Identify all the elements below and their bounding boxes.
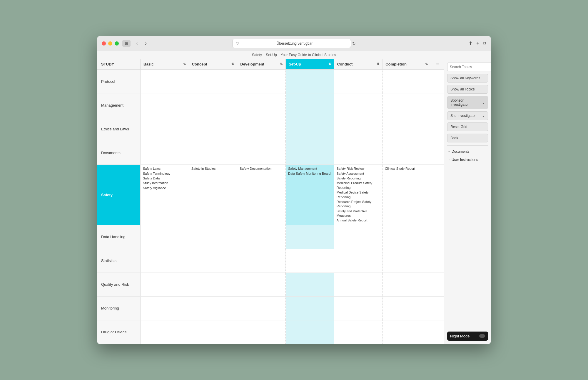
sidebar: 🔍 Show all Keywords Show all Topics Spon… bbox=[444, 59, 491, 344]
search-row: 🔍 bbox=[447, 63, 488, 71]
row-label-protocol[interactable]: Protocol bbox=[97, 70, 141, 93]
grid-cell-conduct bbox=[334, 297, 383, 320]
main-area: STUDY Basic ⇅ Concept ⇅ Development ⇅ Se… bbox=[97, 59, 491, 344]
col-header-development[interactable]: Development ⇅ bbox=[237, 59, 286, 69]
grid-cell-basic bbox=[141, 117, 189, 141]
row-spacer bbox=[431, 273, 444, 296]
search-input[interactable] bbox=[447, 63, 491, 71]
close-button[interactable] bbox=[102, 41, 106, 46]
minimize-button[interactable] bbox=[108, 41, 112, 46]
forward-nav-button[interactable]: › bbox=[142, 39, 150, 48]
url-bar[interactable]: 🛡 Übersetzung verfügbar bbox=[232, 39, 351, 48]
list-item[interactable]: Safety in Studies bbox=[191, 167, 235, 171]
show-all-topics-button[interactable]: Show all Topics bbox=[447, 85, 488, 94]
list-item[interactable]: Medical Device Safety Reporting bbox=[337, 190, 380, 199]
night-mode-button[interactable]: Night Mode bbox=[447, 332, 488, 341]
grid-cell-setup bbox=[286, 117, 334, 141]
col-header-conduct[interactable]: Conduct ⇅ bbox=[334, 59, 383, 69]
user-instructions-link[interactable]: → User Instructions bbox=[447, 157, 488, 163]
list-item[interactable]: Safety Management bbox=[288, 167, 332, 171]
list-item[interactable]: Research Project Safety Reporting bbox=[337, 200, 380, 209]
grid-cell-basic bbox=[141, 70, 189, 93]
night-mode-label: Night Mode bbox=[450, 334, 470, 338]
row-label-monitoring[interactable]: Monitoring bbox=[97, 297, 141, 320]
col-header-setup[interactable]: Set-Up ⇅ bbox=[286, 59, 334, 69]
grid-cell-concept bbox=[189, 225, 238, 249]
list-item[interactable]: Clinical Study Report bbox=[385, 167, 428, 171]
table-row: Data Handling bbox=[97, 225, 444, 249]
list-item[interactable]: Safety Data bbox=[143, 176, 186, 181]
grid-cell-basic bbox=[141, 297, 189, 320]
new-tab-button[interactable]: ＋ bbox=[475, 40, 480, 46]
show-all-keywords-button[interactable]: Show all Keywords bbox=[447, 74, 488, 83]
grid-cell-basic[interactable]: Safety LawsSafety TerminologySafety Data… bbox=[141, 165, 189, 225]
grid-cell-completion bbox=[382, 93, 431, 117]
list-item[interactable]: Safety and Protective Measures bbox=[337, 209, 380, 218]
list-item[interactable]: Safety Risk Review bbox=[337, 167, 380, 171]
row-label-data-handling[interactable]: Data Handling bbox=[97, 225, 141, 249]
col-header-basic[interactable]: Basic ⇅ bbox=[141, 59, 189, 69]
table-row: Quality and Risk bbox=[97, 273, 444, 297]
grid-cell-development bbox=[237, 117, 286, 141]
list-item[interactable]: Safety Terminology bbox=[143, 171, 186, 176]
sponsor-investigator-filter[interactable]: Sponsor Investigator ⌄ bbox=[447, 96, 488, 109]
grid-cell-basic bbox=[141, 225, 189, 249]
traffic-lights bbox=[102, 41, 119, 46]
grid-cell-development[interactable]: Safety Documentation bbox=[237, 165, 286, 225]
grid-cell-conduct bbox=[334, 249, 383, 273]
col-header-completion[interactable]: Completion ⇅ bbox=[382, 59, 431, 69]
grid-cell-development bbox=[237, 273, 286, 296]
back-button[interactable]: Back bbox=[447, 134, 488, 142]
grid-cell-conduct[interactable]: Safety Risk ReviewSafety AssessmentSafet… bbox=[334, 165, 383, 225]
arrow-right-icon-2: → bbox=[447, 158, 450, 162]
grid-cell-completion bbox=[382, 225, 431, 249]
row-label-safety[interactable]: Safety bbox=[97, 165, 141, 225]
list-item[interactable]: Safety Documentation bbox=[240, 167, 283, 171]
grid-cell-development bbox=[237, 70, 286, 93]
grid-cell-concept bbox=[189, 70, 238, 93]
row-label-documents[interactable]: Documents bbox=[97, 141, 141, 164]
share-button[interactable]: ⬆ bbox=[469, 40, 472, 46]
grid-cell-setup bbox=[286, 70, 334, 93]
col-header-concept[interactable]: Concept ⇅ bbox=[189, 59, 238, 69]
row-label-drug-or-device[interactable]: Drug or Device bbox=[97, 320, 141, 344]
row-label-management[interactable]: Management bbox=[97, 93, 141, 117]
maximize-button[interactable] bbox=[115, 41, 119, 46]
list-item[interactable]: Safety Assessment bbox=[337, 171, 380, 176]
list-item[interactable]: Safety Laws bbox=[143, 167, 186, 171]
tabs-button[interactable]: ⧉ bbox=[483, 40, 486, 46]
grid-cell-development bbox=[237, 249, 286, 273]
grid-cell-development bbox=[237, 225, 286, 249]
list-item[interactable]: Study Information bbox=[143, 181, 186, 185]
sort-icon-basic: ⇅ bbox=[183, 62, 186, 66]
documents-link[interactable]: → Documents bbox=[447, 149, 488, 154]
grid-cell-setup bbox=[286, 297, 334, 320]
reload-button[interactable]: ↻ bbox=[352, 41, 356, 46]
grid-cell-setup bbox=[286, 320, 334, 344]
row-label-statistics[interactable]: Statistics bbox=[97, 249, 141, 273]
grid-cell-basic bbox=[141, 273, 189, 296]
row-spacer bbox=[431, 320, 444, 344]
grid-cell-completion[interactable]: Clinical Study Report bbox=[382, 165, 431, 225]
list-item[interactable]: Data Safety Monitoring Board bbox=[288, 171, 332, 176]
hamburger-menu-button[interactable]: ≡ bbox=[431, 59, 444, 69]
table-row: Documents bbox=[97, 141, 444, 165]
row-label-ethics-and-laws[interactable]: Ethics and Laws bbox=[97, 117, 141, 141]
grid-cell-conduct bbox=[334, 70, 383, 93]
sort-icon-conduct: ⇅ bbox=[377, 62, 379, 66]
back-nav-button[interactable]: ‹ bbox=[133, 39, 141, 48]
list-item[interactable]: Safety Reporting bbox=[337, 176, 380, 181]
list-item[interactable]: Medicinal Product Safety Reporting bbox=[337, 181, 380, 190]
list-item[interactable]: Annual Safety Report bbox=[337, 218, 380, 223]
titlebar-right: ⬆ ＋ ⧉ bbox=[469, 40, 486, 46]
sidebar-toggle-button[interactable]: ⊞ bbox=[122, 40, 131, 47]
grid-cell-completion bbox=[382, 273, 431, 296]
row-label-quality-and-risk[interactable]: Quality and Risk bbox=[97, 273, 141, 296]
titlebar: ⊞ ‹ › 🛡 Übersetzung verfügbar ↻ ⬆ ＋ ⧉ bbox=[97, 36, 491, 51]
grid-cell-conduct bbox=[334, 141, 383, 164]
grid-cell-concept[interactable]: Safety in Studies bbox=[189, 165, 238, 225]
list-item[interactable]: Safety Vigilance bbox=[143, 186, 186, 190]
site-investigator-filter[interactable]: Site Investigator ⌄ bbox=[447, 111, 488, 120]
reset-grid-button[interactable]: Reset Grid bbox=[447, 122, 488, 131]
grid-cell-setup[interactable]: Safety ManagementData Safety Monitoring … bbox=[286, 165, 334, 225]
